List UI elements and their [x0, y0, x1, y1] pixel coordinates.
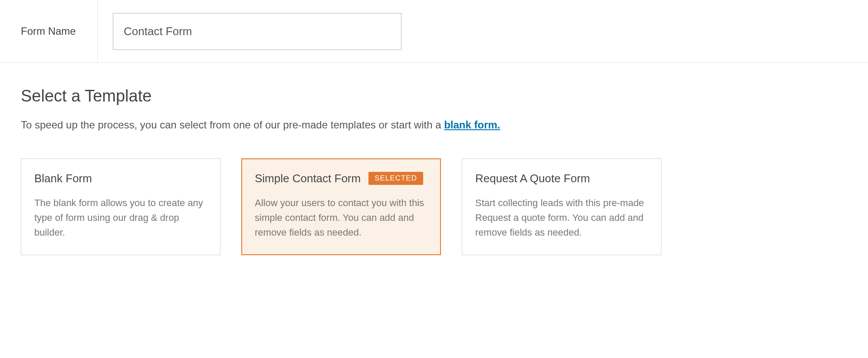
top-bar: Form Name [0, 0, 868, 63]
card-header: Blank Form [34, 172, 207, 185]
section-heading: Select a Template [21, 87, 847, 105]
form-name-input-wrap [98, 13, 401, 50]
card-title: Simple Contact Form [255, 172, 361, 185]
selected-badge: SELECTED [368, 172, 423, 185]
card-description: The blank form allows you to create any … [34, 196, 207, 240]
card-header: Request A Quote Form [475, 172, 648, 185]
card-title: Request A Quote Form [475, 172, 590, 185]
card-title: Blank Form [34, 172, 92, 185]
template-card-blank-form[interactable]: Blank Form The blank form allows you to … [21, 158, 220, 255]
form-name-input[interactable] [113, 13, 401, 50]
card-header: Simple Contact Form SELECTED [255, 172, 427, 185]
form-name-label: Form Name [21, 25, 76, 37]
section-subtext: To speed up the process, you can select … [21, 118, 847, 132]
content-area: Select a Template To speed up the proces… [0, 63, 868, 255]
section-subtext-prefix: To speed up the process, you can select … [21, 119, 444, 131]
card-description: Start collecting leads with this pre-mad… [475, 196, 648, 240]
template-card-request-a-quote-form[interactable]: Request A Quote Form Start collecting le… [462, 158, 661, 255]
template-grid: Blank Form The blank form allows you to … [21, 158, 847, 255]
form-name-label-wrap: Form Name [0, 0, 98, 62]
blank-form-link[interactable]: blank form. [444, 119, 500, 131]
card-description: Allow your users to contact you with thi… [255, 196, 427, 240]
template-card-simple-contact-form[interactable]: Simple Contact Form SELECTED Allow your … [241, 158, 441, 255]
